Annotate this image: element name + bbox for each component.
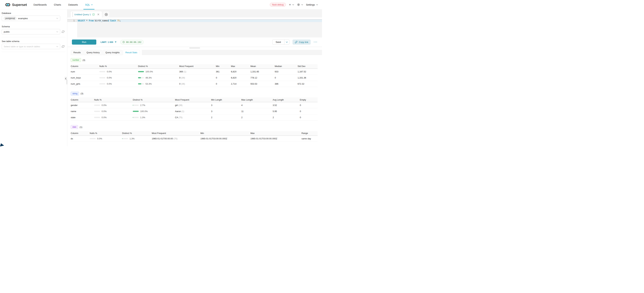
tab-result-stats[interactable]: Result Stats [123, 50, 140, 55]
tab-query-history[interactable]: Query history [84, 50, 102, 55]
schema-label: Schema [2, 25, 67, 28]
column-name: state [71, 114, 94, 120]
stat-value: 553.53 [250, 81, 275, 87]
number-stats-table: ColumnNulls %Distinct %Most FrequentMinM… [71, 64, 318, 87]
stat-value: same day [302, 136, 318, 142]
most-frequent-value: Aaron [175, 110, 181, 112]
tab-query-insights[interactable]: Query Insights [103, 50, 122, 55]
elapsed-time-value: 00:00:00.192 [126, 41, 141, 44]
theme-menu[interactable] [297, 3, 303, 6]
editor-gutter: 1 [67, 20, 77, 38]
stat-value: 1,331.65 [250, 69, 275, 75]
nulls-percent-cell: 0.0% [94, 102, 133, 108]
save-split-button[interactable]: Save [272, 40, 290, 44]
stat-value: 0 [216, 81, 231, 87]
tab-results[interactable]: Results [71, 50, 84, 55]
stats-section-number: number(3)ColumnNulls %Distinct %Most Fre… [71, 58, 318, 87]
nulls-percent-value: 0.0% [102, 104, 107, 106]
nav-item-sql[interactable]: SQL [82, 0, 96, 10]
new-item-menu[interactable]: + [289, 3, 294, 6]
table-row: gender0.0%2.7%girl (39)343.520 [71, 102, 318, 108]
stat-value: 5.95 [273, 108, 300, 114]
column-name: num_girls [71, 81, 99, 87]
stat-value: 3 [211, 108, 241, 114]
stat-value: 1,167.52 [298, 69, 318, 75]
line-number: 1 [67, 20, 77, 22]
nulls-bar [99, 71, 105, 72]
sql-token: limit [109, 20, 116, 22]
nav-item-dashboards[interactable]: Dashboards [30, 0, 50, 10]
most-frequent-value: 0 [179, 82, 180, 85]
most-frequent-cell: Aaron (1) [175, 108, 211, 114]
superset-logo[interactable]: Superset [5, 2, 27, 7]
more-actions-button[interactable]: ··· [314, 40, 318, 44]
sidebar-scrollbar[interactable] [67, 80, 67, 84]
refresh-tables-icon[interactable] [62, 45, 64, 48]
stat-value: 6,820 [231, 69, 250, 75]
date-stats-table: ColumnNulls %Distinct %Most FrequentMinM… [71, 131, 318, 142]
column-header-mean: Mean [250, 64, 275, 69]
column-header-std-dev: Std Dev [298, 64, 318, 69]
sql-token: * [85, 20, 89, 22]
stat-value: 1965-01-01T03:00:00.000Z [200, 136, 250, 142]
clock-icon [122, 41, 125, 43]
close-tab-button[interactable] [97, 13, 100, 16]
copy-link-button[interactable]: Copy link [292, 40, 311, 44]
table-row: state0.0%1.3%CA (75)2220 [71, 114, 318, 120]
editor-toolbar: Run LIMIT: 1 000 00:00:00.192 Save [67, 38, 322, 47]
column-header-most-frequent: Most Frequent [175, 98, 211, 102]
stat-value: 672.32 [298, 81, 318, 87]
most-frequent-value: CA [175, 116, 178, 119]
query-tab[interactable]: Untitled Query 1 [71, 11, 102, 18]
sql-code-line[interactable]: SELECT * from birth_names limit 75; [77, 20, 322, 22]
nulls-percent-value: 0.0% [102, 116, 107, 119]
stats-section-date: date(1)ColumnNulls %Distinct %Most Frequ… [71, 125, 318, 142]
nulls-percent-value: 0.0% [107, 82, 112, 85]
nulls-percent-cell: 0.0% [94, 114, 133, 120]
sql-editor[interactable]: 1 SELECT * from birth_names limit 75; [67, 19, 322, 38]
database-select[interactable]: postgresql examples [2, 16, 60, 21]
settings-menu[interactable]: Settings [306, 4, 318, 6]
nav-item-charts[interactable]: Charts [50, 0, 65, 10]
distinct-bar [133, 111, 139, 112]
superset-infinity-icon [5, 2, 10, 7]
most-frequent-cell: CA (75) [175, 114, 211, 120]
pane-resizer[interactable] [67, 47, 322, 49]
chevron-down-icon [301, 4, 303, 5]
stat-value: 1965-01-01T03:00:00.000Z [250, 136, 302, 142]
stat-value: 386 [275, 81, 298, 87]
distinct-percent-value: 49.3% [146, 76, 152, 79]
schema-select[interactable]: public [2, 29, 60, 34]
distinct-bar [133, 117, 139, 118]
editor-code-area[interactable]: SELECT * from birth_names limit 75; [77, 20, 322, 38]
refresh-schema-icon[interactable] [62, 30, 64, 33]
distinct-percent-value: 100.0% [140, 110, 148, 112]
limit-dropdown[interactable]: LIMIT: 1 000 [100, 41, 116, 44]
drag-handle-icon[interactable] [72, 12, 73, 17]
distinct-percent-cell: 2.7% [133, 102, 175, 108]
run-button[interactable]: Run [72, 40, 96, 44]
save-options-caret[interactable] [284, 40, 289, 44]
stat-value: 2 [211, 114, 241, 120]
copy-link-label: Copy link [299, 41, 308, 44]
column-header-distinct-: Distinct % [138, 64, 179, 69]
sql-token: from [89, 20, 94, 22]
sqllab-sidebar: Database postgresql examples Schema publ… [0, 10, 67, 146]
plus-circle-icon [105, 13, 108, 16]
chevron-down-icon [286, 42, 288, 43]
new-query-tab-button[interactable] [103, 11, 109, 18]
most-frequent-cell: 0 (36) [179, 81, 216, 87]
stat-value: 0 [300, 108, 318, 114]
nulls-bar [90, 138, 96, 139]
pane-resize-handle-icon[interactable] [190, 48, 200, 49]
table-row: ds0.0%1.3%1965-01-01T00:00:00 (75)1965-0… [71, 136, 318, 142]
save-button[interactable]: Save [272, 40, 284, 44]
most-frequent-cell: 0 (39) [179, 75, 216, 81]
database-label: Database [2, 12, 67, 14]
stat-value: 3 [211, 102, 241, 108]
table-select[interactable]: Select table or type to search tables [2, 44, 60, 49]
nulls-percent-cell: 0.0% [99, 81, 138, 87]
nav-item-datasets[interactable]: Datasets [64, 0, 82, 10]
chevron-down-icon [56, 18, 58, 19]
nulls-bar [94, 111, 100, 112]
